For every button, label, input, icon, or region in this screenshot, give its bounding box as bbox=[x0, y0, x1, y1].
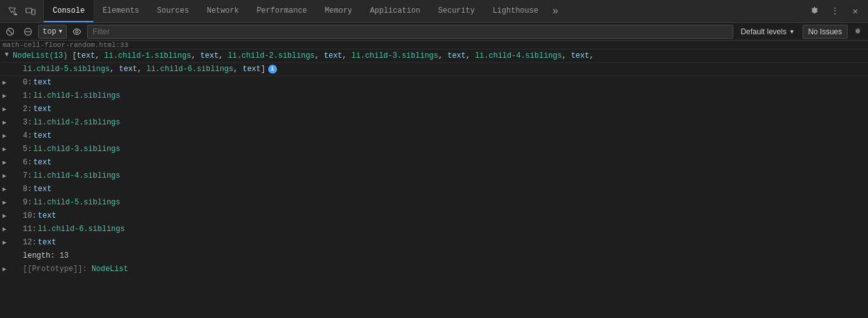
list-item: ▶ 4: text bbox=[0, 129, 868, 143]
default-levels-button[interactable]: Default levels ▼ bbox=[736, 25, 800, 39]
expand-12-arrow[interactable]: ▶ bbox=[3, 237, 10, 249]
block-icon[interactable] bbox=[20, 24, 36, 39]
close-icon[interactable]: ✕ bbox=[846, 3, 864, 20]
devtools-icon-group bbox=[0, 0, 44, 22]
list-item: ▶ 5: li.child-3.siblings bbox=[0, 143, 868, 156]
more-tabs-icon[interactable]: » bbox=[547, 0, 564, 22]
list-item: ▶ 3: li.child-2.siblings bbox=[0, 116, 868, 129]
expand-arrow-nodelist[interactable]: ▶ bbox=[1, 53, 12, 60]
expand-8-arrow[interactable]: ▶ bbox=[3, 184, 10, 195]
list-item: ▶ 8: text bbox=[0, 183, 868, 196]
device-toggle-icon[interactable] bbox=[22, 3, 39, 20]
inspect-icon[interactable] bbox=[4, 3, 22, 20]
nodelist-header-line1: ▶ NodeList(13) [ text , li.child-1.sibli… bbox=[0, 50, 868, 63]
settings-icon[interactable] bbox=[806, 3, 824, 20]
no-issues-label: No Issues bbox=[808, 27, 842, 36]
console-output: math-cell-floor-random.html:33 ▶ NodeLis… bbox=[0, 41, 868, 318]
list-item: ▶ 12: text bbox=[0, 236, 868, 249]
tab-sources[interactable]: Sources bbox=[148, 0, 198, 22]
context-selector[interactable]: top ▼ bbox=[38, 25, 67, 39]
eye-icon[interactable] bbox=[69, 24, 85, 39]
expand-7-arrow[interactable]: ▶ bbox=[3, 171, 10, 182]
tab-network[interactable]: Network bbox=[198, 0, 247, 22]
context-dropdown-icon: ▼ bbox=[59, 29, 62, 35]
svg-line-4 bbox=[8, 29, 13, 34]
svg-rect-1 bbox=[26, 8, 32, 13]
list-item: ▶ 9: li.child-5.siblings bbox=[0, 196, 868, 209]
list-item: ▶ 0: text bbox=[0, 76, 868, 89]
expand-3-arrow[interactable]: ▶ bbox=[3, 117, 10, 129]
tab-lighthouse[interactable]: Lighthouse bbox=[484, 0, 547, 22]
length-line: length: 13 bbox=[0, 249, 868, 263]
expand-4-arrow[interactable]: ▶ bbox=[3, 131, 10, 142]
tab-application[interactable]: Application bbox=[361, 0, 429, 22]
expand-5-arrow[interactable]: ▶ bbox=[3, 144, 10, 156]
filter-input[interactable] bbox=[87, 25, 733, 39]
list-item: ▶ 1: li.child-1.siblings bbox=[0, 89, 868, 103]
default-levels-dropdown-icon: ▼ bbox=[789, 29, 795, 35]
list-item: ▶ 2: text bbox=[0, 103, 868, 116]
clear-console-icon[interactable] bbox=[3, 24, 18, 39]
tab-security[interactable]: Security bbox=[430, 0, 484, 22]
devtools-tab-bar: Console Elements Sources Network Perform… bbox=[0, 0, 868, 23]
expand-9-arrow[interactable]: ▶ bbox=[3, 197, 10, 209]
default-levels-label: Default levels bbox=[741, 27, 787, 36]
svg-rect-2 bbox=[32, 10, 35, 15]
expand-10-arrow[interactable]: ▶ bbox=[3, 211, 10, 222]
prototype-line: ▶ [[Prototype]]: NodeList bbox=[0, 263, 868, 276]
expand-2-arrow[interactable]: ▶ bbox=[3, 104, 10, 116]
console-toolbar: top ▼ Default levels ▼ No Issues bbox=[0, 23, 868, 41]
nodelist-info-badge[interactable]: i bbox=[268, 65, 277, 74]
nodelist-header-line2: li.child-5.siblings , text , li.child-6.… bbox=[0, 63, 868, 76]
list-item: ▶ 6: text bbox=[0, 156, 868, 169]
expand-1-arrow[interactable]: ▶ bbox=[3, 91, 10, 102]
list-item: ▶ 7: li.child-4.siblings bbox=[0, 169, 868, 183]
partial-top-line: math-cell-floor-random.html:33 bbox=[0, 41, 868, 50]
expand-0-arrow[interactable]: ▶ bbox=[3, 77, 10, 89]
context-value: top bbox=[43, 27, 57, 36]
tab-performance[interactable]: Performance bbox=[248, 0, 316, 22]
toolbar-actions: ⋮ ✕ bbox=[802, 0, 868, 22]
list-item: ▶ 10: text bbox=[0, 209, 868, 223]
svg-rect-0 bbox=[15, 14, 17, 15]
console-settings-icon[interactable] bbox=[850, 24, 865, 39]
tab-memory[interactable]: Memory bbox=[316, 0, 361, 22]
prototype-expand-arrow[interactable]: ▶ bbox=[3, 264, 10, 275]
svg-point-7 bbox=[76, 30, 78, 33]
no-issues-button[interactable]: No Issues bbox=[803, 25, 848, 39]
tab-elements[interactable]: Elements bbox=[93, 0, 148, 22]
partial-line-text: math-cell-floor-random.html:33 bbox=[3, 41, 128, 49]
more-options-icon[interactable]: ⋮ bbox=[826, 3, 844, 20]
expand-11-arrow[interactable]: ▶ bbox=[3, 224, 10, 235]
expand-6-arrow[interactable]: ▶ bbox=[3, 157, 10, 169]
tab-console[interactable]: Console bbox=[44, 0, 93, 22]
list-item: ▶ 11: li.child-6.siblings bbox=[0, 223, 868, 236]
